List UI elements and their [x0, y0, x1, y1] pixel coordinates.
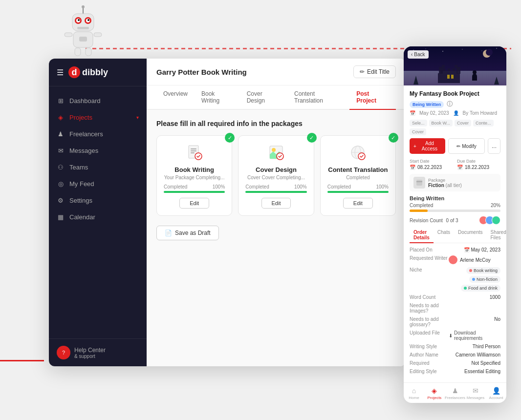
needs-glossary-value: No: [449, 316, 500, 322]
sidebar-item-calendar[interactable]: ▦ Calendar: [49, 209, 147, 225]
mobile-tab-order-details[interactable]: Order Details: [410, 228, 434, 243]
progress-label-book-writing: Completed 100%: [164, 184, 225, 189]
mobile-tab-documents[interactable]: Documents: [454, 228, 487, 243]
save-draft-button[interactable]: 📄 Save as Draft: [156, 226, 219, 240]
mobile-nav-messages[interactable]: ✉ Messages: [465, 386, 486, 401]
svg-rect-38: [439, 67, 443, 74]
content-label: Conte...: [473, 120, 494, 126]
save-draft-label: Save as Draft: [175, 230, 211, 236]
sidebar-item-teams[interactable]: ⚇ Teams: [49, 159, 147, 175]
niche-food-drink: Food and drink: [461, 285, 500, 292]
freelancers-nav-icon: ♟: [452, 387, 458, 395]
messages-icon: ✉: [57, 147, 65, 154]
package-name-cover-design: Cover Design: [256, 166, 297, 173]
mobile-panel: ‹ Back My Fantasy Book Project Being Wri…: [404, 46, 506, 403]
check-badge-cover-design: ✓: [307, 133, 317, 143]
mobile-bottom-nav: ⌂ Home ◈ Projects ♟ Freelancers ✉ Messag…: [404, 382, 506, 403]
home-icon: ⌂: [412, 387, 416, 395]
mobile-nav-account[interactable]: 👤 Account: [486, 386, 506, 401]
calendar-icon-start: 📅: [410, 165, 415, 170]
hamburger-icon[interactable]: ☰: [57, 68, 64, 77]
messages-nav-icon: ✉: [473, 387, 478, 395]
placed-on-value: 📅 May 02, 2023: [449, 247, 500, 252]
mobile-tab-chats[interactable]: Chats: [434, 228, 454, 243]
package-card-content-translation: ✓ Content Translation Completed Co: [320, 135, 396, 216]
tab-overview[interactable]: Overview: [156, 85, 195, 110]
progress-text: Completed: [410, 203, 433, 208]
modify-button[interactable]: ✏ Modify: [448, 138, 485, 154]
sidebar-item-projects[interactable]: ◈ Projects ▾: [49, 109, 147, 126]
sidebar: ☰ d dibbly ⊞ Dashboard ◈ Projects ▾ ♟ Fr…: [49, 59, 147, 366]
edit-button-cover-design[interactable]: Edit: [261, 198, 291, 209]
calendar-icon: ▦: [57, 213, 65, 221]
svg-point-34: [496, 48, 497, 49]
progress-pct: 20%: [491, 203, 500, 208]
edit-button-content-translation[interactable]: Edit: [343, 198, 373, 209]
placed-date: May 02, 2023: [419, 110, 449, 116]
due-date-value: 📅 18.22.2023: [457, 165, 500, 170]
download-link[interactable]: ⬇ Download requirements: [449, 330, 500, 341]
progress-section: Completed 20%: [410, 203, 500, 212]
sidebar-label-freelancers: Freelancers: [69, 130, 103, 138]
svg-rect-18: [191, 150, 196, 151]
start-date-field: Start Date 📅 08.22.2023: [410, 159, 453, 170]
detail-required: Required Not Specified: [410, 360, 500, 366]
required-value: Not Specified: [449, 360, 500, 366]
add-access-button[interactable]: + Add Access: [410, 138, 445, 154]
mobile-nav-freelancers[interactable]: ♟ Freelancers: [445, 386, 465, 401]
sidebar-item-freelancers[interactable]: ♟ Freelancers: [49, 126, 147, 142]
svg-point-30: [425, 48, 426, 49]
tabs-bar: Overview Book Writing Cover Design Conte…: [147, 85, 406, 110]
avatar-stack: [481, 216, 500, 225]
more-button[interactable]: ...: [488, 138, 500, 154]
progress-fill: [410, 210, 428, 212]
svg-point-36: [486, 49, 493, 56]
freelancers-nav-label: Freelancers: [445, 396, 465, 400]
tab-post-project[interactable]: Post Project: [349, 85, 396, 110]
mobile-body: My Fantasy Book Project Being Written ⓘ …: [404, 85, 506, 382]
settings-icon: ⚙: [57, 196, 65, 204]
package-name-content-translation: Content Translation: [328, 166, 388, 173]
sidebar-item-messages[interactable]: ✉ Messages: [49, 142, 147, 159]
sidebar-item-settings[interactable]: ⚙ Settings: [49, 192, 147, 209]
svg-rect-42: [447, 75, 450, 79]
sidebar-label-teams: Teams: [69, 164, 88, 171]
editing-style-label: Editing Style: [410, 369, 449, 374]
edit-small-icon: ✏: [456, 144, 460, 149]
project-title: Garry Potter Book Writing: [156, 68, 247, 76]
detail-needs-images: Needs to add Images?: [410, 303, 500, 314]
dashboard-icon: ⊞: [57, 97, 65, 105]
projects-nav-icon: ◈: [432, 387, 437, 395]
select-row: Sele... Book W... Cover Conte... Cover: [410, 120, 500, 135]
mobile-back-button[interactable]: ‹ Back: [408, 50, 429, 59]
teams-icon: ⚇: [57, 163, 65, 171]
edit-button-book-writing[interactable]: Edit: [179, 198, 209, 209]
package-category-label: Package: [428, 178, 462, 183]
chevron-down-icon: ▾: [136, 115, 139, 120]
sidebar-item-dashboard[interactable]: ⊞ Dashboard: [49, 92, 147, 109]
help-text: Help Center & support: [74, 347, 106, 359]
svg-rect-13: [94, 33, 102, 37]
tab-content-translation[interactable]: Content Translation: [287, 85, 349, 110]
account-nav-label: Account: [489, 396, 503, 400]
cover2-label: Cover: [410, 128, 426, 135]
help-center-button[interactable]: ? Help Center & support: [49, 338, 147, 366]
mobile-tab-shared-files[interactable]: Shared Files: [487, 228, 507, 243]
mobile-nav-projects[interactable]: ◈ Projects: [424, 386, 445, 401]
mobile-nav-home[interactable]: ⌂ Home: [404, 386, 424, 401]
tab-cover-design[interactable]: Cover Design: [240, 85, 287, 110]
progress-label-cover-design: Completed 100%: [245, 184, 306, 189]
sidebar-item-my-feed[interactable]: ◎ My Feed: [49, 175, 147, 192]
edit-title-button[interactable]: ✏ Edit Title: [353, 65, 396, 78]
date-row: Start Date 📅 08.22.2023 Due Date 📅 18.22…: [410, 159, 500, 170]
back-label: Back: [414, 52, 425, 57]
projects-nav-label: Projects: [427, 396, 441, 400]
start-date-label: Start Date: [410, 159, 453, 164]
svg-point-8: [87, 19, 89, 21]
sidebar-label-calendar: Calendar: [69, 213, 95, 221]
svg-rect-40: [442, 65, 445, 68]
word-count-label: Word Count: [410, 294, 449, 300]
order-details-section: Placed On 📅 May 02, 2023 Requested Write…: [410, 247, 500, 374]
tab-book-writing[interactable]: Book Writing: [195, 85, 240, 110]
book-writing-icon: [185, 143, 204, 162]
